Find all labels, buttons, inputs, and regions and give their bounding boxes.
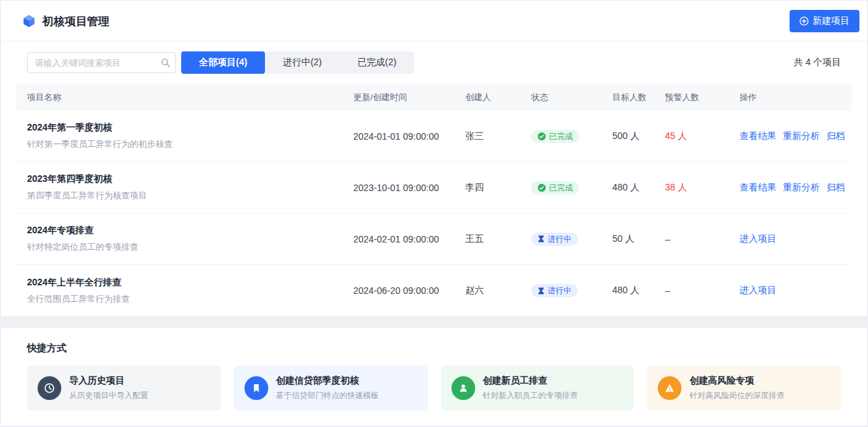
plus-circle-icon <box>799 16 809 26</box>
main-panel: 初核项目管理 新建项目 <box>0 0 868 317</box>
shortcut-description: 针对新入职员工的专项排查 <box>483 390 578 401</box>
project-description: 针对特定岗位员工的专项排查 <box>27 241 353 253</box>
shortcut-credit-quarterly[interactable]: 创建信贷部季度初核 基于信贷部门特点的快速模板 <box>234 366 428 411</box>
new-project-button[interactable]: 新建项目 <box>790 10 859 32</box>
hourglass-icon <box>538 287 544 295</box>
warning-triangle-icon <box>658 376 681 400</box>
project-warning-count: 38 人 <box>665 182 739 194</box>
project-warning-count: – <box>665 285 739 296</box>
enter-project-link[interactable]: 进入项目 <box>739 233 776 245</box>
shortcut-title: 创建高风险专项 <box>689 375 784 387</box>
status-badge: 进行中 <box>531 233 578 246</box>
row-actions: 进入项目 <box>739 233 841 245</box>
project-creator: 王五 <box>465 233 531 245</box>
column-header-name: 项目名称 <box>27 92 353 103</box>
bookmark-icon <box>245 376 268 400</box>
project-creator: 张三 <box>465 130 531 142</box>
table-row: 2024年专项排查 针对特定岗位员工的专项排查 2024-02-01 09:00… <box>16 214 852 265</box>
status-badge: 进行中 <box>531 284 578 297</box>
archive-link[interactable]: 归档 <box>826 182 845 194</box>
project-target-count: 480 人 <box>612 182 665 194</box>
shortcut-description: 基于信贷部门特点的快速模板 <box>276 390 379 401</box>
shortcut-text: 创建高风险专项 针对高风险岗位的深度排查 <box>689 375 784 401</box>
shortcut-title: 创建新员工排查 <box>483 375 578 387</box>
shortcuts-title: 快捷方式 <box>27 342 841 355</box>
shortcut-import-history[interactable]: 导入历史项目 从历史项目中导入配置 <box>27 366 221 411</box>
project-name-cell: 2023年第四季度初核 第四季度员工异常行为核查项目 <box>27 173 353 202</box>
toolbar: 全部项目(4) 进行中(2) 已完成(2) 共 4 个项目 <box>1 42 867 74</box>
view-results-link[interactable]: 查看结果 <box>739 182 776 194</box>
project-target-count: 480 人 <box>612 285 665 297</box>
status-label: 已完成 <box>549 132 573 140</box>
search-icon[interactable] <box>161 58 170 67</box>
hourglass-icon <box>538 235 544 242</box>
reanalyze-link[interactable]: 重新分析 <box>783 130 820 142</box>
archive-link[interactable]: 归档 <box>826 130 845 142</box>
project-warning-count: 45 人 <box>665 130 739 142</box>
shortcut-high-risk[interactable]: 创建高风险专项 针对高风险岗位的深度排查 <box>647 366 841 411</box>
status-cell: 已完成 <box>531 181 612 194</box>
person-icon <box>451 376 475 400</box>
project-warning-count: – <box>665 234 739 244</box>
project-description: 第四季度员工异常行为核查项目 <box>27 190 353 202</box>
status-cell: 已完成 <box>531 130 612 143</box>
column-header-target: 目标人数 <box>612 92 665 103</box>
shortcut-text: 导入历史项目 从历史项目中导入配置 <box>69 375 148 401</box>
project-name: 2023年第四季度初核 <box>27 173 353 185</box>
column-header-creator: 创建人 <box>465 92 531 103</box>
project-description: 针对第一季度员工异常行为的初步核查 <box>27 138 353 150</box>
project-time: 2024-01-01 09:00:00 <box>353 131 465 142</box>
tab-in-progress[interactable]: 进行中(2) <box>265 51 339 74</box>
shortcut-description: 针对高风险岗位的深度排查 <box>689 390 784 401</box>
row-actions: 查看结果 重新分析 归档 <box>739 182 841 194</box>
project-description: 全行范围员工异常行为排查 <box>27 293 353 305</box>
status-label: 已完成 <box>549 184 573 192</box>
project-table: 项目名称 更新/创建时间 创建人 状态 目标人数 预警人数 操作 2024年第一… <box>16 84 852 316</box>
shortcut-title: 创建信贷部季度初核 <box>276 375 379 387</box>
project-target-count: 50 人 <box>612 233 665 245</box>
table-header-row: 项目名称 更新/创建时间 创建人 状态 目标人数 预警人数 操作 <box>16 84 852 111</box>
tab-all-projects[interactable]: 全部项目(4) <box>181 51 265 74</box>
column-header-actions: 操作 <box>739 92 841 103</box>
table-row: 2024年第一季度初核 针对第一季度员工异常行为的初步核查 2024-01-01… <box>16 111 852 162</box>
column-header-warning: 预警人数 <box>665 92 739 103</box>
reanalyze-link[interactable]: 重新分析 <box>783 182 820 194</box>
shortcut-description: 从历史项目中导入配置 <box>69 390 148 401</box>
shortcut-new-employee[interactable]: 创建新员工排查 针对新入职员工的专项排查 <box>441 366 635 411</box>
tab-completed[interactable]: 已完成(2) <box>339 51 414 74</box>
search-box <box>27 52 176 73</box>
shortcut-title: 导入历史项目 <box>69 375 148 387</box>
shortcut-cards: 导入历史项目 从历史项目中导入配置 创建信贷部季度初核 基于信贷部门特点的快速模… <box>27 366 841 411</box>
shortcut-text: 创建新员工排查 针对新入职员工的专项排查 <box>483 375 578 401</box>
row-actions: 查看结果 重新分析 归档 <box>739 130 841 142</box>
column-header-time: 更新/创建时间 <box>353 92 465 103</box>
project-creator: 赵六 <box>465 285 531 297</box>
enter-project-link[interactable]: 进入项目 <box>739 285 776 297</box>
status-cell: 进行中 <box>531 284 612 297</box>
history-clock-icon <box>38 376 61 400</box>
project-name: 2024年第一季度初核 <box>27 122 353 134</box>
status-label: 进行中 <box>548 235 571 243</box>
status-cell: 进行中 <box>531 233 612 246</box>
row-actions: 进入项目 <box>739 285 841 297</box>
project-target-count: 500 人 <box>612 130 665 142</box>
cube-logo-icon <box>22 14 36 28</box>
project-name-cell: 2024年上半年全行排查 全行范围员工异常行为排查 <box>27 277 353 305</box>
project-management-page: 初核项目管理 新建项目 <box>0 0 868 427</box>
column-header-status: 状态 <box>531 92 612 103</box>
page-header: 初核项目管理 新建项目 <box>1 1 867 42</box>
project-name: 2024年上半年全行排查 <box>27 277 353 289</box>
new-project-button-label: 新建项目 <box>813 15 850 27</box>
page-title: 初核项目管理 <box>42 14 109 29</box>
project-time: 2023-10-01 09:00:00 <box>353 183 465 193</box>
status-label: 进行中 <box>548 287 571 295</box>
view-results-link[interactable]: 查看结果 <box>739 130 776 142</box>
search-input[interactable] <box>27 52 176 73</box>
project-creator: 李四 <box>465 182 531 194</box>
status-badge: 已完成 <box>531 130 579 143</box>
check-circle-icon <box>538 132 546 140</box>
project-name-cell: 2024年第一季度初核 针对第一季度员工异常行为的初步核查 <box>27 122 353 150</box>
status-badge: 已完成 <box>531 181 579 194</box>
check-circle-icon <box>538 184 546 192</box>
header-left: 初核项目管理 <box>22 14 109 29</box>
